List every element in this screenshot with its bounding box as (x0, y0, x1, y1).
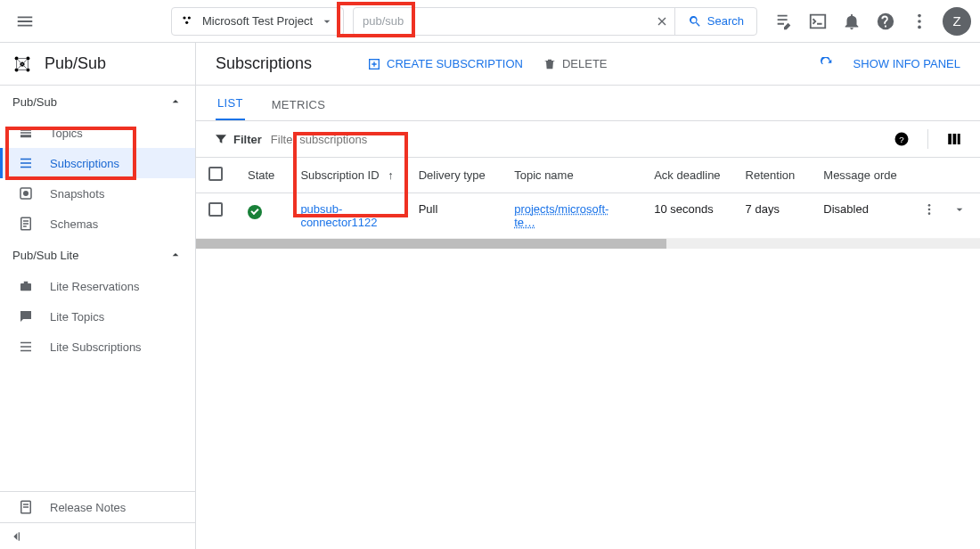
table-row[interactable]: pubsub-connector1122 Pull projects/micro… (196, 193, 980, 239)
tab-metrics[interactable]: METRICS (270, 98, 328, 120)
sidebar-item-snapshots[interactable]: Snapshots (0, 178, 195, 209)
section-pubsub[interactable]: Pub/Sub (0, 86, 195, 118)
svg-point-4 (918, 20, 921, 23)
tabs: LIST METRICS (196, 86, 980, 121)
col-state[interactable]: State (235, 158, 288, 193)
svg-point-18 (23, 191, 29, 196)
sidebar-item-release-notes[interactable]: Release Notes (0, 492, 195, 522)
col-topic-name[interactable]: Topic name (502, 158, 641, 193)
account-avatar[interactable]: Z (943, 7, 971, 36)
svg-rect-23 (20, 346, 31, 348)
chevron-up-icon (168, 94, 183, 109)
cloud-shell-button[interactable] (802, 5, 834, 37)
search-button-label: Search (707, 14, 744, 28)
svg-point-5 (918, 25, 921, 29)
delete-button[interactable]: DELETE (543, 57, 608, 71)
help-button[interactable] (870, 5, 902, 37)
sidebar-item-lite-topics[interactable]: Lite Topics (0, 301, 195, 332)
notifications-button[interactable] (836, 5, 868, 37)
svg-point-6 (15, 56, 19, 60)
tab-list[interactable]: LIST (216, 96, 245, 120)
search-input[interactable] (354, 8, 649, 35)
search-box: Search (353, 7, 757, 36)
more-button[interactable] (903, 5, 935, 37)
svg-point-35 (927, 212, 930, 215)
pubsub-icon (12, 54, 32, 74)
sort-asc-icon: ↑ (388, 168, 394, 182)
svg-point-2 (185, 20, 188, 23)
svg-point-7 (26, 56, 29, 60)
avatar-initial: Z (952, 13, 960, 29)
create-subscription-button[interactable]: CREATE SUBSCRIPTION (367, 57, 523, 71)
chevron-up-icon (168, 248, 183, 262)
svg-rect-13 (20, 135, 31, 137)
snapshots-icon (18, 185, 34, 201)
topbar-right: Z (768, 5, 971, 37)
project-picker[interactable]: Microsoft Test Project (171, 7, 344, 36)
schemas-icon (18, 216, 34, 232)
search-button[interactable]: Search (674, 8, 756, 35)
search-icon (688, 14, 702, 29)
columns-icon[interactable] (946, 131, 962, 147)
show-info-panel-button[interactable]: SHOW INFO PANEL (853, 57, 960, 70)
refresh-button[interactable] (820, 57, 834, 71)
col-retention[interactable]: Retention (733, 158, 812, 193)
sidebar-product-header[interactable]: Pub/Sub (0, 43, 195, 86)
lite-topics-label: Lite Topics (50, 310, 104, 324)
subscriptions-icon (18, 155, 34, 171)
horizontal-scrollbar[interactable] (196, 238, 980, 249)
schemas-label: Schemas (50, 217, 98, 231)
bell-icon (842, 12, 862, 31)
svg-text:?: ? (899, 135, 904, 144)
chevron-left-bar-icon (9, 529, 23, 544)
svg-rect-11 (20, 128, 31, 131)
sidebar-item-topics[interactable]: Topics (0, 118, 195, 148)
plus-box-icon (367, 57, 381, 71)
lite-subscriptions-label: Lite Subscriptions (50, 340, 142, 354)
cell-delivery-type: Pull (406, 193, 502, 239)
sidebar: Pub/Sub Pub/Sub Topics Subscriptions Sna… (0, 43, 196, 549)
row-more-icon[interactable] (922, 202, 936, 217)
chat-icon (18, 308, 34, 324)
svg-point-3 (918, 13, 921, 17)
cell-message-ordering: Disabled (811, 193, 909, 239)
subscription-id-link[interactable]: pubsub-connector1122 (300, 202, 377, 229)
terminal-icon (808, 12, 828, 31)
filter-label: Filter (233, 133, 262, 146)
more-vert-icon (910, 12, 929, 31)
utilities-button[interactable] (768, 5, 800, 37)
page-title: Subscriptions (216, 54, 312, 73)
col-ack-deadline[interactable]: Ack deadline (641, 158, 732, 193)
nav-menu-button[interactable] (9, 5, 41, 37)
close-icon (655, 14, 669, 29)
col-message-ordering[interactable]: Message orde (811, 158, 909, 193)
sidebar-item-schemas[interactable]: Schemas (0, 209, 195, 239)
col-delivery-type[interactable]: Delivery type (406, 158, 502, 193)
topic-name-link[interactable]: projects/microsoft-te… (514, 202, 608, 229)
svg-point-8 (15, 68, 19, 71)
svg-rect-21 (24, 282, 29, 283)
select-all-checkbox[interactable] (208, 167, 223, 181)
section-pubsub-lite[interactable]: Pub/Sub Lite (0, 239, 195, 271)
svg-rect-22 (20, 342, 31, 344)
topbar: Microsoft Test Project Search Z (0, 0, 980, 43)
sidebar-item-lite-reservations[interactable]: Lite Reservations (0, 271, 195, 301)
svg-rect-32 (958, 134, 960, 144)
product-title: Pub/Sub (45, 54, 106, 73)
search-clear-button[interactable] (649, 14, 674, 29)
col-subscription-id[interactable]: Subscription ID ↑ (288, 158, 405, 193)
sidebar-collapse-button[interactable] (0, 522, 195, 549)
section-pubsub-lite-label: Pub/Sub Lite (12, 249, 78, 262)
doc-pencil-icon (774, 12, 794, 31)
topics-icon (18, 125, 34, 141)
help-solid-icon[interactable]: ? (894, 131, 910, 147)
sidebar-item-subscriptions[interactable]: Subscriptions (0, 148, 195, 178)
row-expand-icon[interactable] (952, 202, 967, 217)
sidebar-item-lite-subscriptions[interactable]: Lite Subscriptions (0, 332, 195, 362)
show-info-panel-label: SHOW INFO PANEL (853, 57, 960, 70)
snapshots-label: Snapshots (50, 187, 104, 201)
filter-input[interactable] (271, 133, 885, 146)
svg-rect-30 (948, 134, 951, 144)
help-icon (876, 12, 895, 31)
row-checkbox[interactable] (208, 202, 223, 217)
